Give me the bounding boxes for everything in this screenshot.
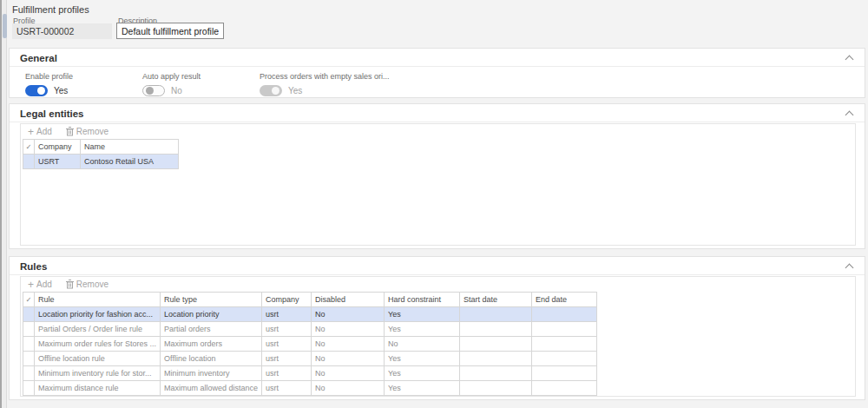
cell-disabled[interactable]: No bbox=[312, 366, 385, 381]
cell-end-date[interactable] bbox=[532, 307, 597, 322]
table-row[interactable]: Offline location rule Offline location u… bbox=[23, 352, 597, 366]
cell-rule[interactable]: Offline location rule bbox=[35, 352, 161, 366]
check-icon[interactable]: ✓ bbox=[23, 140, 35, 155]
cell-rule-type[interactable]: Minimum inventory bbox=[161, 366, 262, 381]
cell-rule[interactable]: Minimum inventory rule for stor... bbox=[35, 366, 161, 381]
cell-rule[interactable]: Maximum order rules for Stores ... bbox=[35, 337, 161, 352]
cell-start-date[interactable] bbox=[460, 352, 532, 366]
cell-disabled[interactable]: No bbox=[312, 307, 385, 322]
cell-end-date[interactable] bbox=[532, 352, 597, 366]
auto-apply-value: No bbox=[171, 86, 182, 95]
cell-rule[interactable]: Partial Orders / Order line rule bbox=[35, 322, 161, 337]
cell-hard-constraint[interactable]: Yes bbox=[385, 352, 460, 366]
profile-field bbox=[12, 23, 112, 39]
row-select-cell[interactable] bbox=[23, 366, 35, 381]
process-empty-sales-toggle bbox=[260, 85, 282, 96]
check-icon[interactable]: ✓ bbox=[23, 293, 35, 307]
process-empty-sales-group: Process orders with empty sales ori... Y… bbox=[260, 72, 390, 96]
cell-hard-constraint[interactable]: Yes bbox=[385, 322, 460, 337]
cell-company[interactable]: usrt bbox=[262, 337, 312, 352]
cell-hard-constraint[interactable]: Yes bbox=[385, 307, 460, 322]
column-header-name[interactable]: Name bbox=[81, 140, 179, 155]
add-button[interactable]: + Add bbox=[28, 127, 52, 136]
add-button[interactable]: + Add bbox=[28, 280, 52, 289]
cell-rule[interactable]: Maximum distance rule bbox=[35, 381, 161, 396]
cell-rule-type[interactable]: Maximum allowed distance bbox=[161, 381, 262, 396]
cell-end-date[interactable] bbox=[532, 366, 597, 381]
row-select-cell[interactable] bbox=[23, 381, 35, 396]
rules-section-header[interactable]: Rules bbox=[10, 257, 865, 275]
cell-company[interactable]: usrt bbox=[262, 322, 312, 337]
cell-company[interactable]: usrt bbox=[262, 381, 312, 396]
remove-button[interactable]: Remove bbox=[66, 280, 108, 289]
cell-end-date[interactable] bbox=[532, 381, 597, 396]
cell-company[interactable]: usrt bbox=[262, 307, 312, 322]
description-input[interactable] bbox=[116, 23, 224, 39]
process-empty-sales-value: Yes bbox=[288, 86, 302, 95]
remove-button[interactable]: Remove bbox=[66, 127, 108, 136]
chevron-up-icon[interactable] bbox=[845, 56, 854, 64]
row-select-cell[interactable] bbox=[23, 352, 35, 366]
cell-hard-constraint[interactable]: Yes bbox=[385, 381, 460, 396]
plus-icon: + bbox=[28, 128, 34, 136]
general-section-header[interactable]: General bbox=[10, 49, 865, 67]
table-row[interactable]: Location priority for fashion acc... Loc… bbox=[23, 307, 597, 322]
cell-disabled[interactable]: No bbox=[312, 352, 385, 366]
cell-disabled[interactable]: No bbox=[312, 381, 385, 396]
column-header-company[interactable]: Company bbox=[262, 293, 312, 307]
cell-rule-type[interactable]: Partial orders bbox=[161, 322, 262, 337]
rules-toolbar: + Add Remove bbox=[21, 277, 855, 292]
table-row[interactable]: Partial Orders / Order line rule Partial… bbox=[23, 322, 597, 337]
row-select-cell[interactable] bbox=[23, 307, 35, 322]
enable-profile-group: Enable profile Yes bbox=[25, 72, 73, 96]
table-row[interactable]: Maximum distance rule Maximum allowed di… bbox=[23, 381, 597, 396]
cell-start-date[interactable] bbox=[460, 307, 532, 322]
column-header-hard-constraint[interactable]: Hard constraint bbox=[385, 293, 460, 307]
legal-entities-section-header[interactable]: Legal entities bbox=[10, 104, 865, 122]
cell-company[interactable]: usrt bbox=[262, 352, 312, 366]
auto-apply-group: Auto apply result No bbox=[142, 72, 201, 96]
cell-start-date[interactable] bbox=[460, 337, 532, 352]
chevron-up-icon[interactable] bbox=[845, 264, 854, 273]
table-row[interactable]: Minimum inventory rule for stor... Minim… bbox=[23, 366, 597, 381]
cell-hard-constraint[interactable]: Yes bbox=[385, 366, 460, 381]
chevron-up-icon[interactable] bbox=[845, 111, 854, 120]
general-section: General Enable profile Yes Auto apply re… bbox=[9, 48, 865, 98]
cell-rule-type[interactable]: Maximum orders bbox=[161, 337, 262, 352]
remove-button-label: Remove bbox=[76, 127, 108, 136]
cell-rule[interactable]: Location priority for fashion acc... bbox=[35, 307, 161, 322]
cell-disabled[interactable]: No bbox=[312, 322, 385, 337]
process-empty-sales-label: Process orders with empty sales ori... bbox=[260, 72, 390, 81]
column-header-rule[interactable]: Rule bbox=[35, 293, 161, 307]
column-header-start-date[interactable]: Start date bbox=[460, 293, 532, 307]
row-select-cell[interactable] bbox=[23, 322, 35, 337]
cell-company[interactable]: USRT bbox=[35, 155, 81, 169]
cell-company[interactable]: usrt bbox=[262, 366, 312, 381]
toggle-knob bbox=[146, 87, 154, 95]
cell-end-date[interactable] bbox=[532, 322, 597, 337]
row-select-cell[interactable] bbox=[23, 155, 35, 169]
cell-hard-constraint[interactable]: No bbox=[385, 337, 460, 352]
column-header-rule-type[interactable]: Rule type bbox=[161, 293, 262, 307]
cell-start-date[interactable] bbox=[460, 381, 532, 396]
row-select-cell[interactable] bbox=[23, 337, 35, 352]
enable-profile-toggle[interactable] bbox=[25, 85, 48, 96]
table-row[interactable]: Maximum order rules for Stores ... Maxim… bbox=[23, 337, 597, 352]
column-header-company[interactable]: Company bbox=[35, 140, 81, 155]
cell-disabled[interactable]: No bbox=[312, 337, 385, 352]
fulfillment-profile-page: { "page": { "title": "Fulfillment profil… bbox=[0, 0, 868, 408]
legal-entities-section-title: Legal entities bbox=[20, 109, 84, 119]
left-rail bbox=[0, 0, 7, 408]
cell-end-date[interactable] bbox=[532, 337, 597, 352]
column-header-disabled[interactable]: Disabled bbox=[312, 293, 385, 307]
rail-scroll-thumb[interactable] bbox=[3, 14, 7, 38]
cell-start-date[interactable] bbox=[460, 322, 532, 337]
legal-entities-section: Legal entities + Add Remove ✓ Company Na… bbox=[9, 103, 865, 249]
cell-start-date[interactable] bbox=[460, 366, 532, 381]
table-row[interactable]: USRT Contoso Retail USA bbox=[23, 155, 179, 169]
auto-apply-toggle bbox=[142, 85, 165, 96]
cell-name[interactable]: Contoso Retail USA bbox=[81, 155, 179, 169]
cell-rule-type[interactable]: Location priority bbox=[161, 307, 262, 322]
cell-rule-type[interactable]: Offline location bbox=[161, 352, 262, 366]
column-header-end-date[interactable]: End date bbox=[532, 293, 597, 307]
